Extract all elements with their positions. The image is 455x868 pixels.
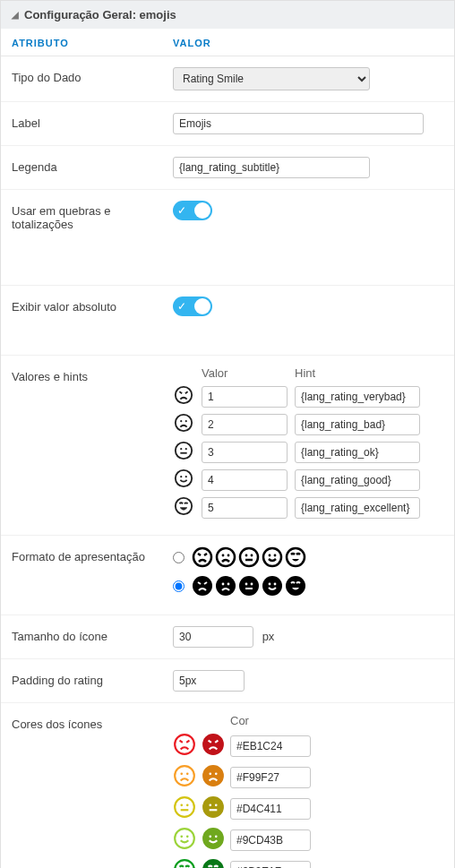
face-angry-icon [173, 385, 194, 408]
color-row-1 [173, 733, 443, 759]
color-row-5 [173, 858, 443, 868]
input-hint-3[interactable] [295, 442, 420, 463]
svg-point-6 [176, 443, 192, 459]
face-outline-icon [173, 858, 196, 868]
face-happy-icon [173, 468, 194, 491]
input-label[interactable] [173, 113, 424, 134]
svg-point-34 [239, 576, 259, 596]
svg-point-49 [180, 773, 183, 776]
col-attribute: ATRIBUTO [12, 38, 173, 48]
svg-point-31 [216, 576, 236, 596]
row-padding: Padding do rating [1, 659, 454, 703]
input-padding[interactable] [173, 670, 245, 692]
svg-point-60 [215, 804, 218, 807]
row-cores: Cores dos ícones Cor [1, 703, 454, 868]
svg-point-68 [175, 860, 194, 868]
check-icon: ✓ [177, 300, 186, 313]
input-tamanho[interactable] [173, 626, 253, 648]
svg-point-32 [222, 583, 225, 586]
row-label: Label [1, 102, 454, 146]
face-outline-icon [173, 827, 196, 853]
label-legenda: Legenda [12, 157, 173, 174]
svg-point-39 [269, 583, 271, 586]
input-valor-4[interactable] [202, 469, 288, 491]
check-icon: ✓ [177, 204, 186, 217]
label-tipo-dado: Tipo do Dado [12, 67, 173, 84]
svg-point-13 [176, 498, 192, 514]
input-valor-1[interactable] [202, 386, 288, 408]
input-valor-5[interactable] [202, 497, 288, 519]
radio-format-filled[interactable] [173, 580, 185, 592]
svg-point-28 [193, 576, 212, 596]
header-cor: Cor [230, 714, 443, 727]
row-tamanho: Tamanho do ícone px [1, 615, 454, 659]
color-row-3 [173, 795, 443, 821]
svg-point-38 [262, 576, 282, 596]
unit-px: px [262, 630, 275, 643]
input-valor-2[interactable] [202, 414, 288, 435]
svg-point-45 [202, 734, 224, 755]
panel-title: Configuração Geral: emojis [24, 8, 176, 21]
svg-point-67 [215, 836, 218, 838]
face-outline-icon [173, 733, 196, 759]
collapse-icon: ◢ [12, 10, 19, 20]
input-hint-5[interactable] [295, 497, 420, 519]
svg-point-4 [180, 420, 182, 422]
faces-filled [192, 575, 306, 597]
toggle-knob [194, 202, 210, 219]
config-panel: ◢ Configuração Geral: emojis ATRIBUTO VA… [0, 0, 455, 868]
svg-point-3 [176, 415, 192, 431]
face-outline-icon [173, 795, 196, 821]
radio-format-outline[interactable] [173, 552, 185, 563]
svg-point-40 [274, 583, 277, 586]
svg-point-7 [180, 448, 182, 450]
face-outline-icon [173, 764, 196, 790]
toggle-knob [194, 298, 210, 314]
svg-point-41 [286, 576, 305, 596]
label-cores: Cores dos ícones [12, 714, 173, 731]
svg-point-50 [186, 773, 189, 776]
input-color-3[interactable] [230, 798, 311, 820]
svg-point-11 [180, 476, 182, 477]
svg-point-20 [240, 548, 258, 566]
svg-point-8 [185, 448, 187, 450]
face-laugh-icon [173, 496, 194, 519]
svg-point-42 [175, 735, 194, 754]
svg-point-63 [180, 836, 183, 838]
input-color-1[interactable] [230, 735, 311, 757]
input-valor-3[interactable] [202, 442, 288, 463]
input-color-2[interactable] [230, 767, 311, 788]
format-option-outline [173, 546, 443, 568]
face-filled-icon [202, 827, 225, 853]
input-legenda[interactable] [173, 157, 370, 178]
svg-point-18 [222, 554, 225, 557]
svg-point-52 [209, 773, 211, 776]
svg-point-55 [180, 804, 183, 807]
svg-point-69 [202, 859, 224, 868]
input-color-5[interactable] [230, 861, 311, 869]
input-hint-1[interactable] [295, 386, 420, 408]
face-filled-icon [202, 795, 225, 821]
toggle-exibir-abs[interactable]: ✓ [173, 296, 212, 316]
row-formato: Formato de apresentação [1, 536, 454, 615]
row-valores-hints: Valores e hints Valor Hint [1, 356, 454, 536]
input-hint-4[interactable] [295, 469, 420, 491]
face-filled-icon [202, 733, 225, 759]
svg-line-43 [180, 741, 183, 743]
svg-point-22 [251, 554, 253, 557]
toggle-usar-quebras[interactable]: ✓ [173, 201, 212, 220]
svg-point-58 [202, 796, 224, 818]
svg-point-5 [185, 420, 187, 422]
svg-point-64 [186, 836, 189, 838]
svg-point-54 [175, 797, 194, 817]
svg-point-27 [287, 548, 305, 566]
input-color-4[interactable] [230, 829, 311, 851]
svg-line-44 [186, 741, 189, 743]
hint-row-4 [173, 468, 443, 491]
color-row-4 [173, 827, 443, 853]
select-tipo-dado[interactable]: Rating Smile [173, 67, 370, 90]
input-hint-2[interactable] [295, 414, 420, 435]
panel-header[interactable]: ◢ Configuração Geral: emojis [1, 1, 454, 29]
columns-header: ATRIBUTO VALOR [1, 29, 454, 56]
face-filled-icon [202, 764, 225, 790]
